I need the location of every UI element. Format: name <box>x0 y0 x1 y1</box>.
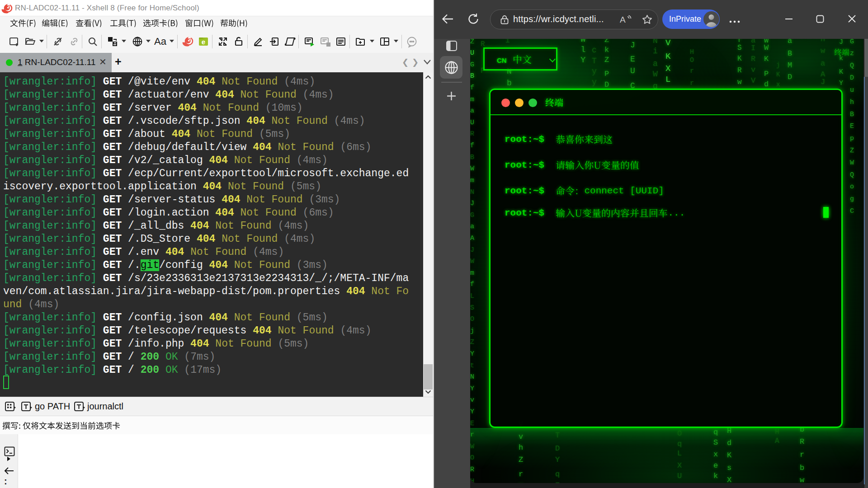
svg-text:A: A <box>620 15 626 24</box>
svg-text:e: e <box>202 38 205 46</box>
